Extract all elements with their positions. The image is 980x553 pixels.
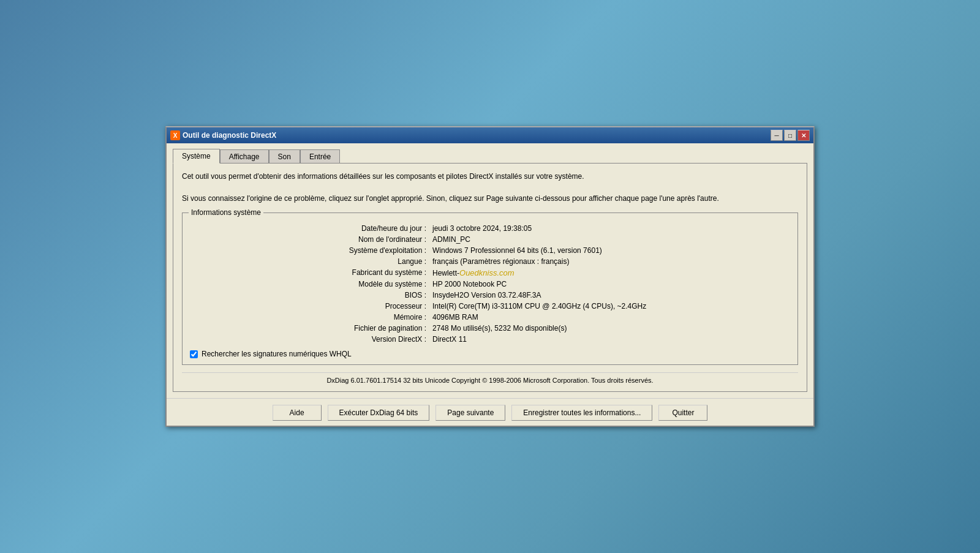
table-row: Modèle du système :HP 2000 Notebook PC bbox=[190, 279, 790, 290]
table-row: Date/heure du jour :jeudi 3 octobre 2024… bbox=[190, 223, 790, 234]
row-label: Processeur : bbox=[190, 301, 430, 312]
tab-affichage[interactable]: Affichage bbox=[220, 149, 269, 164]
title-bar: X Outil de diagnostic DirectX ─ □ ✕ bbox=[167, 127, 813, 143]
tab-bar: Système Affichage Son Entrée bbox=[173, 148, 807, 163]
row-label: Fichier de pagination : bbox=[190, 323, 430, 334]
aide-button[interactable]: Aide bbox=[273, 405, 322, 421]
row-value: Windows 7 Professionnel 64 bits (6.1, ve… bbox=[430, 245, 790, 256]
row-value: InsydeH2O Version 03.72.48F.3A bbox=[430, 290, 790, 301]
table-row: Version DirectX :DirectX 11 bbox=[190, 334, 790, 345]
quitter-button[interactable]: Quitter bbox=[658, 405, 707, 421]
table-row: Processeur :Intel(R) Core(TM) i3-3110M C… bbox=[190, 301, 790, 312]
description: Cet outil vous permet d'obtenir des info… bbox=[182, 171, 798, 204]
row-value: 4096MB RAM bbox=[430, 312, 790, 323]
tab-entree[interactable]: Entrée bbox=[300, 149, 340, 164]
table-row: Nom de l'ordinateur :ADMIN_PC bbox=[190, 234, 790, 245]
row-value: DirectX 11 bbox=[430, 334, 790, 345]
window-title: Outil de diagnostic DirectX bbox=[183, 131, 276, 140]
row-value: Intel(R) Core(TM) i3-3110M CPU @ 2.40GHz… bbox=[430, 301, 790, 312]
row-value: HP 2000 Notebook PC bbox=[430, 279, 790, 290]
row-value: français (Paramètres régionaux : françai… bbox=[430, 256, 790, 267]
main-window: X Outil de diagnostic DirectX ─ □ ✕ Syst… bbox=[165, 126, 815, 427]
app-icon: X bbox=[170, 130, 180, 140]
row-value: jeudi 3 octobre 2024, 19:38:05 bbox=[430, 223, 790, 234]
minimize-button[interactable]: ─ bbox=[771, 130, 783, 141]
row-label: Modèle du système : bbox=[190, 279, 430, 290]
close-button[interactable]: ✕ bbox=[797, 130, 810, 141]
table-row: Fabricant du système :Hewlett-Ouedkniss.… bbox=[190, 267, 790, 279]
maximize-button[interactable]: □ bbox=[784, 130, 796, 141]
desc-line1: Cet outil vous permet d'obtenir des info… bbox=[182, 171, 798, 182]
whql-checkbox[interactable] bbox=[190, 350, 198, 358]
info-group: Informations système Date/heure du jour … bbox=[182, 213, 798, 365]
window-body: Système Affichage Son Entrée Cet outil v… bbox=[167, 143, 813, 398]
row-label: Mémoire : bbox=[190, 312, 430, 323]
table-row: Mémoire :4096MB RAM bbox=[190, 312, 790, 323]
table-row: Fichier de pagination :2748 Mo utilisé(s… bbox=[190, 323, 790, 334]
row-value: 2748 Mo utilisé(s), 5232 Mo disponible(s… bbox=[430, 323, 790, 334]
row-label: Nom de l'ordinateur : bbox=[190, 234, 430, 245]
title-bar-left: X Outil de diagnostic DirectX bbox=[170, 130, 276, 140]
footer-text: DxDiag 6.01.7601.17514 32 bits Unicode C… bbox=[182, 372, 798, 384]
checkbox-row: Rechercher les signatures numériques WHQ… bbox=[190, 350, 790, 358]
row-value: ADMIN_PC bbox=[430, 234, 790, 245]
row-label: Système d'exploitation : bbox=[190, 245, 430, 256]
title-buttons: ─ □ ✕ bbox=[771, 130, 810, 141]
desc-line2: Si vous connaissez l'origine de ce probl… bbox=[182, 193, 798, 204]
table-row: BIOS :InsydeH2O Version 03.72.48F.3A bbox=[190, 290, 790, 301]
tab-son[interactable]: Son bbox=[269, 149, 300, 164]
button-bar: Aide Exécuter DxDiag 64 bits Page suivan… bbox=[167, 398, 813, 426]
executer-button[interactable]: Exécuter DxDiag 64 bits bbox=[328, 405, 430, 421]
table-row: Système d'exploitation :Windows 7 Profes… bbox=[190, 245, 790, 256]
whql-label: Rechercher les signatures numériques WHQ… bbox=[202, 350, 352, 358]
info-table: Date/heure du jour :jeudi 3 octobre 2024… bbox=[190, 223, 790, 345]
row-label: BIOS : bbox=[190, 290, 430, 301]
watermark: Ouedkniss.com bbox=[459, 268, 514, 277]
row-label: Version DirectX : bbox=[190, 334, 430, 345]
page-suivante-button[interactable]: Page suivante bbox=[435, 405, 505, 421]
row-label: Langue : bbox=[190, 256, 430, 267]
row-value: Hewlett-Ouedkniss.com bbox=[430, 267, 790, 279]
table-row: Langue :français (Paramètres régionaux :… bbox=[190, 256, 790, 267]
row-label: Date/heure du jour : bbox=[190, 223, 430, 234]
enregistrer-button[interactable]: Enregistrer toutes les informations... bbox=[511, 405, 652, 421]
tab-systeme[interactable]: Système bbox=[173, 149, 220, 164]
row-label: Fabricant du système : bbox=[190, 267, 430, 279]
info-group-legend: Informations système bbox=[189, 208, 263, 217]
content-area: Cet outil vous permet d'obtenir des info… bbox=[173, 163, 807, 392]
